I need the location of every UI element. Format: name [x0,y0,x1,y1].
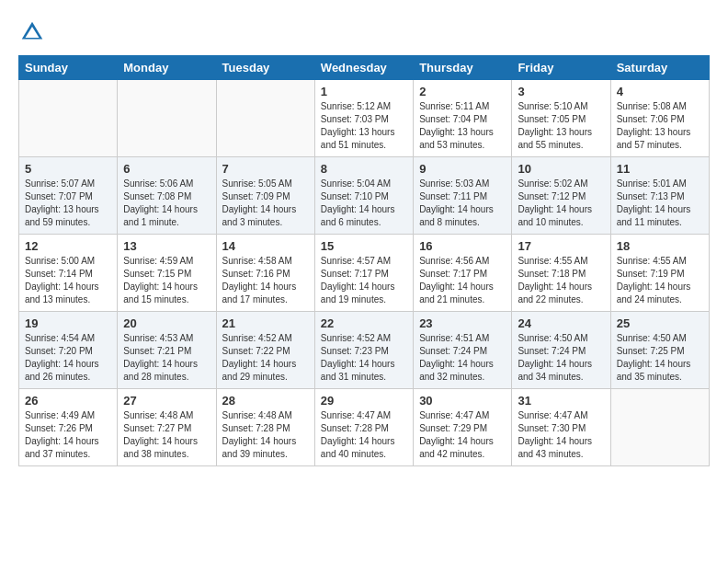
day-number: 28 [222,394,309,408]
day-number: 26 [25,394,111,408]
weekday-sunday: Sunday [19,56,118,80]
day-info: Sunrise: 5:01 AM Sunset: 7:13 PM Dayligh… [617,178,703,229]
day-number: 20 [123,316,210,330]
day-info: Sunrise: 4:50 AM Sunset: 7:24 PM Dayligh… [518,332,604,384]
day-info: Sunrise: 4:48 AM Sunset: 7:28 PM Dayligh… [222,409,309,461]
weekday-monday: Monday [118,56,216,80]
calendar-cell: 24Sunrise: 4:50 AM Sunset: 7:24 PM Dayli… [512,312,610,389]
day-info: Sunrise: 4:47 AM Sunset: 7:29 PM Dayligh… [419,409,506,461]
calendar-cell [610,389,709,466]
day-info: Sunrise: 4:53 AM Sunset: 7:21 PM Dayligh… [123,332,210,384]
calendar-cell: 5Sunrise: 5:07 AM Sunset: 7:07 PM Daylig… [19,157,118,235]
day-number: 21 [222,316,309,330]
day-number: 27 [123,394,210,408]
day-number: 17 [518,239,604,253]
day-number: 2 [419,85,506,98]
weekday-tuesday: Tuesday [216,56,314,80]
calendar-cell: 10Sunrise: 5:02 AM Sunset: 7:12 PM Dayli… [512,157,610,235]
calendar-cell: 6Sunrise: 5:06 AM Sunset: 7:08 PM Daylig… [118,157,216,235]
calendar-cell: 19Sunrise: 4:54 AM Sunset: 7:20 PM Dayli… [19,312,118,389]
day-number: 11 [617,162,703,176]
logo [18,18,50,46]
day-info: Sunrise: 4:52 AM Sunset: 7:22 PM Dayligh… [222,332,309,384]
calendar-cell: 3Sunrise: 5:10 AM Sunset: 7:05 PM Daylig… [512,80,610,157]
calendar-cell: 2Sunrise: 5:11 AM Sunset: 7:04 PM Daylig… [414,80,512,157]
day-info: Sunrise: 4:57 AM Sunset: 7:17 PM Dayligh… [321,255,407,306]
day-info: Sunrise: 4:54 AM Sunset: 7:20 PM Dayligh… [25,332,111,384]
calendar-week-4: 19Sunrise: 4:54 AM Sunset: 7:20 PM Dayli… [19,312,710,389]
day-info: Sunrise: 5:08 AM Sunset: 7:06 PM Dayligh… [617,100,703,152]
day-info: Sunrise: 4:49 AM Sunset: 7:26 PM Dayligh… [25,409,111,461]
day-number: 16 [419,239,506,253]
calendar-cell: 9Sunrise: 5:03 AM Sunset: 7:11 PM Daylig… [414,157,512,235]
calendar-cell: 1Sunrise: 5:12 AM Sunset: 7:03 PM Daylig… [314,80,413,157]
calendar-table: SundayMondayTuesdayWednesdayThursdayFrid… [18,55,710,466]
calendar-cell: 18Sunrise: 4:55 AM Sunset: 7:19 PM Dayli… [610,235,709,312]
day-number: 18 [617,239,703,253]
day-info: Sunrise: 4:56 AM Sunset: 7:17 PM Dayligh… [419,255,506,306]
calendar-cell: 13Sunrise: 4:59 AM Sunset: 7:15 PM Dayli… [118,235,216,312]
day-info: Sunrise: 4:55 AM Sunset: 7:18 PM Dayligh… [518,255,604,306]
calendar-cell: 11Sunrise: 5:01 AM Sunset: 7:13 PM Dayli… [610,157,709,235]
calendar-cell: 21Sunrise: 4:52 AM Sunset: 7:22 PM Dayli… [216,312,314,389]
day-info: Sunrise: 5:03 AM Sunset: 7:11 PM Dayligh… [419,178,506,229]
calendar-cell: 20Sunrise: 4:53 AM Sunset: 7:21 PM Dayli… [118,312,216,389]
calendar-cell: 12Sunrise: 5:00 AM Sunset: 7:14 PM Dayli… [19,235,118,312]
day-number: 30 [419,394,506,408]
day-info: Sunrise: 4:52 AM Sunset: 7:23 PM Dayligh… [321,332,407,384]
day-info: Sunrise: 5:07 AM Sunset: 7:07 PM Dayligh… [25,178,111,229]
day-info: Sunrise: 4:48 AM Sunset: 7:27 PM Dayligh… [123,409,210,461]
calendar-cell: 25Sunrise: 4:50 AM Sunset: 7:25 PM Dayli… [610,312,709,389]
day-info: Sunrise: 5:04 AM Sunset: 7:10 PM Dayligh… [321,178,407,229]
day-info: Sunrise: 5:02 AM Sunset: 7:12 PM Dayligh… [518,178,604,229]
day-number: 1 [321,85,407,98]
day-info: Sunrise: 4:50 AM Sunset: 7:25 PM Dayligh… [617,332,703,384]
calendar-cell [19,80,118,157]
calendar-cell: 29Sunrise: 4:47 AM Sunset: 7:28 PM Dayli… [314,389,413,466]
calendar-cell: 15Sunrise: 4:57 AM Sunset: 7:17 PM Dayli… [314,235,413,312]
day-number: 25 [617,316,703,330]
day-number: 4 [617,85,703,98]
weekday-header-row: SundayMondayTuesdayWednesdayThursdayFrid… [19,56,710,80]
calendar-cell: 27Sunrise: 4:48 AM Sunset: 7:27 PM Dayli… [118,389,216,466]
day-number: 5 [25,162,111,176]
day-number: 10 [518,162,604,176]
calendar-week-5: 26Sunrise: 4:49 AM Sunset: 7:26 PM Dayli… [19,389,710,466]
day-info: Sunrise: 4:58 AM Sunset: 7:16 PM Dayligh… [222,255,309,306]
day-number: 6 [123,162,210,176]
day-info: Sunrise: 4:47 AM Sunset: 7:30 PM Dayligh… [518,409,604,461]
weekday-thursday: Thursday [414,56,512,80]
day-info: Sunrise: 4:47 AM Sunset: 7:28 PM Dayligh… [321,409,407,461]
day-info: Sunrise: 5:05 AM Sunset: 7:09 PM Dayligh… [222,178,309,229]
calendar-cell [118,80,216,157]
logo-icon [18,18,46,46]
day-number: 24 [518,316,604,330]
calendar-cell [216,80,314,157]
day-number: 14 [222,239,309,253]
day-number: 3 [518,85,604,98]
page-header [18,18,710,46]
day-number: 15 [321,239,407,253]
day-info: Sunrise: 5:12 AM Sunset: 7:03 PM Dayligh… [321,100,407,152]
calendar-cell: 31Sunrise: 4:47 AM Sunset: 7:30 PM Dayli… [512,389,610,466]
calendar-week-2: 5Sunrise: 5:07 AM Sunset: 7:07 PM Daylig… [19,157,710,235]
day-number: 29 [321,394,407,408]
calendar-cell: 28Sunrise: 4:48 AM Sunset: 7:28 PM Dayli… [216,389,314,466]
calendar-cell: 17Sunrise: 4:55 AM Sunset: 7:18 PM Dayli… [512,235,610,312]
calendar-cell: 23Sunrise: 4:51 AM Sunset: 7:24 PM Dayli… [414,312,512,389]
day-info: Sunrise: 4:51 AM Sunset: 7:24 PM Dayligh… [419,332,506,384]
weekday-saturday: Saturday [610,56,709,80]
calendar-cell: 7Sunrise: 5:05 AM Sunset: 7:09 PM Daylig… [216,157,314,235]
day-info: Sunrise: 5:00 AM Sunset: 7:14 PM Dayligh… [25,255,111,306]
calendar-cell: 8Sunrise: 5:04 AM Sunset: 7:10 PM Daylig… [314,157,413,235]
calendar-cell: 26Sunrise: 4:49 AM Sunset: 7:26 PM Dayli… [19,389,118,466]
day-number: 8 [321,162,407,176]
day-number: 22 [321,316,407,330]
calendar-cell: 4Sunrise: 5:08 AM Sunset: 7:06 PM Daylig… [610,80,709,157]
weekday-wednesday: Wednesday [314,56,413,80]
day-number: 7 [222,162,309,176]
day-info: Sunrise: 4:55 AM Sunset: 7:19 PM Dayligh… [617,255,703,306]
calendar-cell: 30Sunrise: 4:47 AM Sunset: 7:29 PM Dayli… [414,389,512,466]
day-info: Sunrise: 5:10 AM Sunset: 7:05 PM Dayligh… [518,100,604,152]
day-info: Sunrise: 4:59 AM Sunset: 7:15 PM Dayligh… [123,255,210,306]
